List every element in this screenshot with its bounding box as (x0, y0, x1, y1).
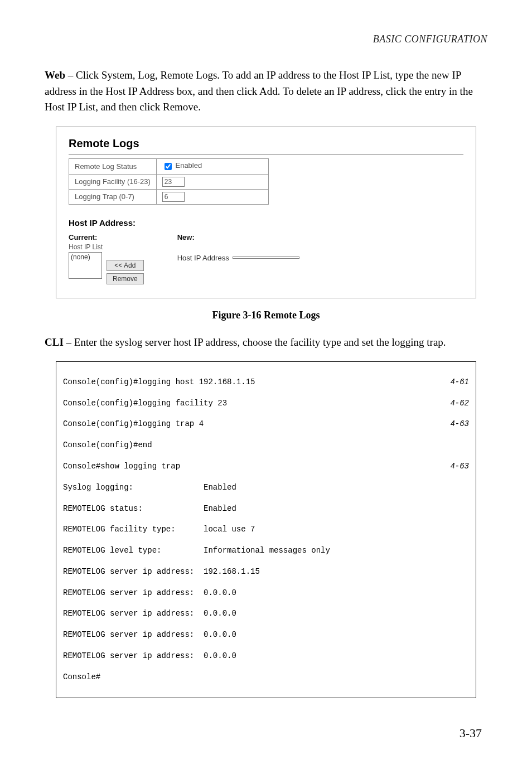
cli-text: REMOTELOG facility type: local use 7 (63, 524, 255, 535)
host-ip-address-label: Host IP Address (177, 254, 229, 262)
cli-line: REMOTELOG server ip address: 0.0.0.0 (63, 608, 469, 619)
cli-line: REMOTELOG facility type: local use 7 (63, 524, 469, 535)
label-logging-trap: Logging Trap (0-7) (69, 189, 157, 204)
cli-intro-paragraph: CLI – Enter the syslog server host IP ad… (45, 335, 487, 351)
page-number: 3-37 (45, 726, 487, 741)
current-label: Current: (69, 233, 144, 241)
web-intro-text: – Click System, Log, Remote Logs. To add… (45, 69, 473, 113)
panel-title: Remote Logs (69, 137, 463, 150)
value-logging-facility: 23 (156, 174, 268, 189)
cli-line: REMOTELOG level type: Informational mess… (63, 545, 469, 556)
cli-text: REMOTELOG server ip address: 0.0.0.0 (63, 588, 236, 598)
cli-text: REMOTELOG server ip address: 0.0.0.0 (63, 608, 236, 619)
value-remote-log-status: Enabled (156, 158, 268, 174)
cli-text: Syslog logging: Enabled (63, 482, 236, 493)
cli-text: Console(config)#logging host 192.168.1.1… (63, 377, 255, 388)
cli-line: Console(config)#logging facility 234-62 (63, 398, 469, 409)
web-label: Web (45, 69, 65, 81)
add-button[interactable]: << Add (107, 260, 144, 271)
cli-line: REMOTELOG server ip address: 192.168.1.1… (63, 567, 469, 577)
cli-ref: 4-63 (450, 461, 469, 472)
cli-label: CLI (45, 336, 64, 348)
cli-text: REMOTELOG server ip address: 0.0.0.0 (63, 630, 236, 640)
cli-output: Console(config)#logging host 192.168.1.1… (56, 361, 476, 698)
page-header: BASIC CONFIGURATION (45, 33, 487, 45)
button-column: << Add Remove (107, 260, 144, 284)
cli-line: Console#show logging trap4-63 (63, 461, 469, 472)
enabled-checkbox[interactable] (165, 163, 172, 170)
remote-logs-panel: Remote Logs Remote Log Status Enabled Lo… (56, 127, 476, 298)
row-logging-facility: Logging Facility (16-23) 23 (69, 174, 269, 189)
cli-text: REMOTELOG server ip address: 0.0.0.0 (63, 651, 236, 661)
cli-text: REMOTELOG server ip address: 192.168.1.1… (63, 567, 260, 577)
row-remote-log-status: Remote Log Status Enabled (69, 158, 269, 174)
cli-text: Console#show logging trap (63, 461, 180, 472)
cli-ref: 4-62 (450, 398, 469, 409)
label-remote-log-status: Remote Log Status (69, 158, 157, 174)
panel-divider (69, 154, 463, 155)
value-logging-trap: 6 (156, 189, 268, 204)
cli-line: Syslog logging: Enabled (63, 482, 469, 493)
cli-text: Console# (63, 672, 100, 683)
enabled-label: Enabled (175, 161, 202, 170)
cli-text: Console(config)#logging trap 4 (63, 419, 204, 429)
logging-facility-input[interactable]: 23 (162, 177, 185, 187)
web-intro-paragraph: Web – Click System, Log, Remote Logs. To… (45, 67, 487, 115)
cli-line: REMOTELOG status: Enabled (63, 504, 469, 514)
logging-trap-input[interactable]: 6 (162, 192, 185, 202)
cli-intro-text: – Enter the syslog server host IP addres… (64, 336, 446, 348)
remove-button[interactable]: Remove (107, 273, 144, 284)
row-logging-trap: Logging Trap (0-7) 6 (69, 189, 269, 204)
host-ip-list[interactable]: (none) (69, 252, 102, 279)
figure-caption: Figure 3-16 Remote Logs (45, 309, 487, 321)
cli-line: Console(config)#logging host 192.168.1.1… (63, 377, 469, 388)
cli-ref: 4-63 (450, 419, 469, 429)
host-ip-section-title: Host IP Address: (69, 218, 463, 228)
cli-text: Console(config)#end (63, 440, 152, 451)
new-column: New: Host IP Address (177, 233, 299, 262)
cli-ref: 4-61 (450, 377, 469, 388)
cli-line: REMOTELOG server ip address: 0.0.0.0 (63, 588, 469, 598)
settings-table: Remote Log Status Enabled Logging Facili… (69, 158, 269, 205)
new-label: New: (177, 233, 299, 241)
cli-text: REMOTELOG level type: Informational mess… (63, 545, 330, 556)
cli-text: Console(config)#logging facility 23 (63, 398, 227, 409)
current-column: Current: Host IP List (none) << Add Remo… (69, 233, 144, 284)
cli-line: Console# (63, 672, 469, 683)
cli-line: Console(config)#end (63, 440, 469, 451)
label-logging-facility: Logging Facility (16-23) (69, 174, 157, 189)
cli-line: REMOTELOG server ip address: 0.0.0.0 (63, 651, 469, 661)
cli-line: Console(config)#logging trap 44-63 (63, 419, 469, 429)
cli-line: REMOTELOG server ip address: 0.0.0.0 (63, 630, 469, 640)
host-ip-row: Current: Host IP List (none) << Add Remo… (69, 233, 463, 284)
host-ip-address-input[interactable] (233, 257, 299, 259)
host-ip-list-label: Host IP List (69, 243, 144, 251)
cli-text: REMOTELOG status: Enabled (63, 504, 236, 514)
